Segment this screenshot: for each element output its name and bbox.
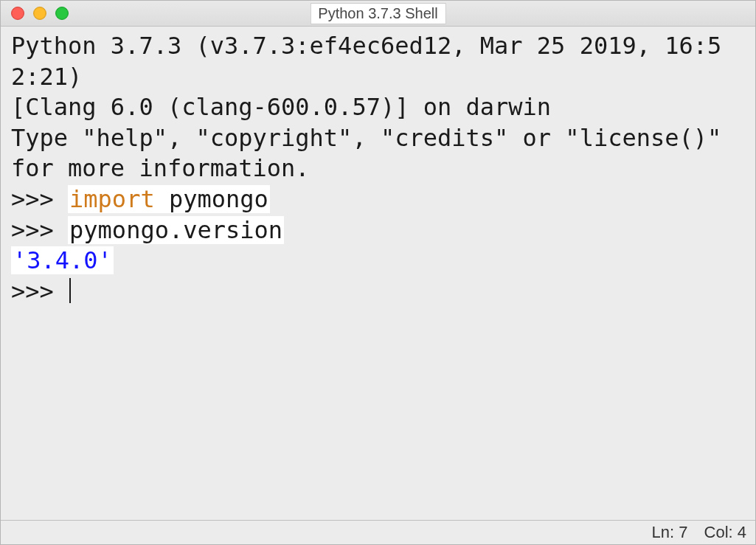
close-icon[interactable] bbox=[11, 7, 24, 20]
status-col: Col: 4 bbox=[704, 523, 746, 542]
keyword-import: import bbox=[69, 185, 155, 213]
window-title: Python 3.7.3 Shell bbox=[310, 3, 445, 24]
prompt: >>> bbox=[11, 277, 68, 305]
input-line-2: pymongo.version bbox=[68, 216, 284, 244]
traffic-lights bbox=[1, 7, 69, 20]
zoom-icon[interactable] bbox=[55, 7, 69, 20]
minimize-icon[interactable] bbox=[33, 7, 46, 20]
idle-window: Python 3.7.3 Shell Python 3.7.3 (v3.7.3:… bbox=[0, 0, 756, 545]
shell-content[interactable]: Python 3.7.3 (v3.7.3:ef4ec6ed12, Mar 25 … bbox=[1, 27, 755, 520]
prompt: >>> bbox=[11, 185, 68, 213]
code-rest-1: pymongo bbox=[155, 185, 268, 213]
banner-line-3: Type "help", "copyright", "credits" or "… bbox=[11, 124, 736, 183]
prompt: >>> bbox=[11, 216, 68, 244]
status-line: Ln: 7 bbox=[652, 523, 688, 542]
output-line: '3.4.0' bbox=[11, 246, 114, 274]
banner-line-2: [Clang 6.0 (clang-600.0.57)] on darwin bbox=[11, 93, 551, 121]
window-titlebar[interactable]: Python 3.7.3 Shell bbox=[1, 1, 755, 27]
status-bar: Ln: 7 Col: 4 bbox=[1, 520, 755, 544]
input-line-1: import pymongo bbox=[68, 185, 270, 213]
text-cursor bbox=[69, 278, 71, 303]
banner-line-1: Python 3.7.3 (v3.7.3:ef4ec6ed12, Mar 25 … bbox=[11, 32, 721, 91]
